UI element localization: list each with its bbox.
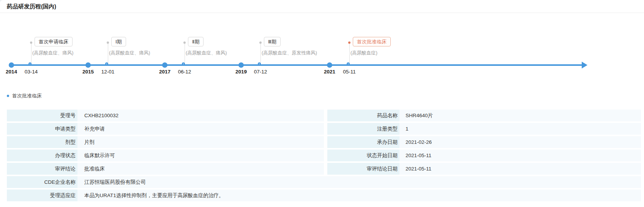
row-label-left: 办理状态 <box>7 150 77 161</box>
card-header: 药品研发历程(国内) <box>0 0 644 13</box>
milestone-label-button[interactable]: 首次批准临床 <box>353 37 391 46</box>
milestone-stem-dot-icon <box>107 41 109 44</box>
milestone-indication-label: (高尿酸血症) <box>350 50 377 56</box>
milestone-stem-dot-icon <box>259 41 262 44</box>
timeline-event-dot[interactable] <box>105 62 108 65</box>
timeline-event-dot[interactable] <box>28 62 32 65</box>
timeline-date-label: 07-12 <box>254 69 267 75</box>
row-value: 本品为URAT1选择性抑制剂，主要应用于高尿酸血症的治疗。 <box>77 189 641 201</box>
milestone-stem-line <box>349 43 350 64</box>
timeline-date-label: 05-11 <box>343 69 356 75</box>
table-row: 申请类型 补充申请 注册类型 1 <box>7 123 641 135</box>
row-value-left: 片剂 <box>77 136 324 148</box>
milestone-stem-line <box>31 43 32 64</box>
timeline-event-dot[interactable] <box>347 62 350 65</box>
milestone-label-button[interactable]: Ⅰ期 <box>111 37 126 46</box>
selected-event-row: 首次批准临床 <box>7 92 644 99</box>
row-value-right: 2021-02-26 <box>399 136 641 148</box>
milestone-stem-dot-icon <box>348 41 350 44</box>
table-row: 审评结论 批准临床 审评结论日期 2021-05-11 <box>7 163 641 175</box>
milestone-indication-label: (高尿酸血症、痛风) <box>109 50 150 56</box>
row-label-left: 剂型 <box>7 136 77 148</box>
row-value-left: 补充申请 <box>77 123 324 135</box>
timeline-arrow-icon <box>582 62 587 68</box>
row-label-right: 承办日期 <box>327 136 399 148</box>
milestone-label-button[interactable]: Ⅲ期 <box>264 37 281 46</box>
milestone-label-button[interactable]: Ⅱ期 <box>188 37 204 46</box>
milestone-indication-label: (高尿酸血症、原发性痛风) <box>262 50 317 56</box>
detail-table: 受理号 CXHB2100032 药品名称 SHR4640片 申请类型 补充申请 … <box>7 110 641 201</box>
milestone-stem-dot-icon <box>183 41 186 44</box>
row-value-left: CXHB2100032 <box>77 110 324 121</box>
timeline-year-label: 2017 <box>159 69 170 75</box>
timeline-date-label: 03-14 <box>25 69 38 75</box>
table-row: 受理号 CXHB2100032 药品名称 SHR4640片 <box>7 110 641 121</box>
milestone-stem-line <box>185 43 185 64</box>
milestone-stem-line <box>260 43 261 64</box>
timeline-year-label: 2019 <box>235 69 247 75</box>
row-label-left: 受理号 <box>7 110 77 121</box>
row-value-right: SHR4640片 <box>399 110 641 121</box>
timeline-date-label: 12-01 <box>101 69 115 75</box>
milestone-label-button[interactable]: 首次申请临床 <box>35 37 73 46</box>
timeline-date-label: 06-12 <box>178 69 191 75</box>
timeline-year-dot-icon <box>85 62 91 68</box>
milestone-indication-label: (高尿酸血症、痛风) <box>32 50 73 56</box>
row-label: CDE企业名称 <box>7 176 77 188</box>
table-row: 剂型 片剂 承办日期 2021-02-26 <box>7 136 641 148</box>
row-value-right: 2021-05-11 <box>399 163 641 175</box>
timeline: 2014 首次申请临床 (高尿酸血症、痛风) 03-14 2015 Ⅰ期 (高尿… <box>0 23 644 88</box>
row-label-left: 审评结论 <box>7 163 77 175</box>
row-value-right: 2021-05-11 <box>399 150 641 161</box>
row-label: 受理适应症 <box>7 189 77 201</box>
timeline-event-dot[interactable] <box>258 62 261 65</box>
timeline-year-label: 2015 <box>82 69 94 75</box>
milestone-stem-dot-icon <box>30 41 32 44</box>
drug-rd-history-card: 药品研发历程(国内) 2014 首次申请临床 (高尿酸血症、痛风) 03-14 … <box>0 0 644 207</box>
timeline-year-dot-icon <box>327 62 332 68</box>
timeline-year-label: 2021 <box>324 69 335 75</box>
row-value-left: 批准临床 <box>77 163 324 175</box>
row-label-right: 药品名称 <box>327 110 399 121</box>
row-value: 江苏恒瑞医药股份有限公司 <box>77 176 641 188</box>
table-row: 办理状态 临床默示许可 状态开始日期 2021-05-11 <box>7 150 641 161</box>
milestone-indication-label: (高尿酸血症、痛风) <box>186 50 227 56</box>
row-label-left: 申请类型 <box>7 123 77 135</box>
timeline-event-dot[interactable] <box>182 62 185 65</box>
page-title: 药品研发历程(国内) <box>0 0 56 13</box>
timeline-axis-line <box>9 64 582 66</box>
timeline-year-dot-icon <box>162 62 167 68</box>
timeline-year-dot-icon <box>9 62 14 68</box>
timeline-year-dot-icon <box>238 62 244 68</box>
row-label-right: 状态开始日期 <box>327 150 399 161</box>
selected-event-label: 首次批准临床 <box>12 92 42 99</box>
bullet-dot-icon <box>7 95 9 97</box>
table-row: CDE企业名称 江苏恒瑞医药股份有限公司 <box>7 176 641 188</box>
row-value-right: 1 <box>399 123 641 135</box>
timeline-year-label: 2014 <box>6 69 17 75</box>
row-label-right: 审评结论日期 <box>327 163 399 175</box>
table-row: 受理适应症 本品为URAT1选择性抑制剂，主要应用于高尿酸血症的治疗。 <box>7 189 641 201</box>
row-value-left: 临床默示许可 <box>77 150 324 161</box>
milestone-stem-line <box>108 43 108 64</box>
row-label-right: 注册类型 <box>327 123 399 135</box>
